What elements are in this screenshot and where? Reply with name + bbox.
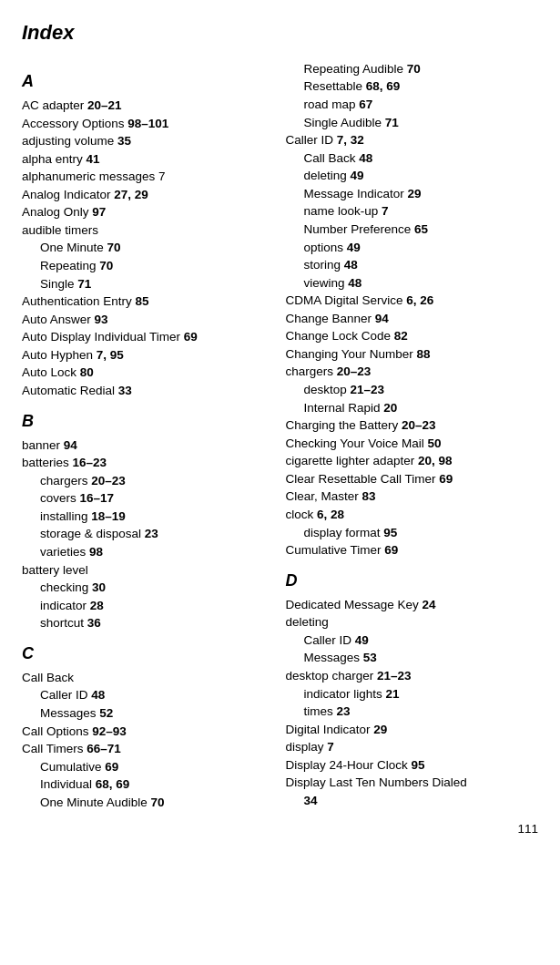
entry-road-map: road map 67 (286, 96, 539, 114)
entry-cigarette-lighter: cigarette lighter adapter 20, 98 (286, 452, 539, 470)
entry-cdma-digital-service: CDMA Digital Service 6, 26 (286, 292, 539, 310)
entry-changing-your-number: Changing Your Number 88 (286, 345, 539, 364)
entry-cumulative: Cumulative 69 (22, 758, 275, 776)
entry-checking: checking 30 (22, 579, 275, 597)
entry-alphanumeric-messages: alphanumeric messages 7 (22, 168, 275, 186)
entry-call-back: Call Back (22, 669, 275, 687)
page-number: 111 (517, 822, 538, 836)
entry-adjusting-volume: adjusting volume 35 (22, 132, 275, 150)
entry-dedicated-message-key: Dedicated Message Key 24 (286, 596, 539, 614)
entry-call-back-caller-id: Caller ID 48 (22, 686, 275, 704)
entry-individual: Individual 68, 69 (22, 775, 275, 794)
entry-clear-master: Clear, Master 83 (286, 488, 539, 506)
entry-alpha-entry: alpha entry 41 (22, 150, 275, 169)
entry-cumulative-timer: Cumulative Timer 69 (286, 541, 539, 559)
entry-audible-timers: audible timers (22, 221, 275, 240)
entry-change-banner: Change Banner 94 (286, 310, 539, 328)
entry-batteries: batteries 16–23 (22, 454, 275, 472)
entry-deleting: deleting (286, 613, 539, 631)
entry-caller-id-call-back: Call Back 48 (286, 149, 539, 168)
entry-auto-lock: Auto Lock 80 (22, 364, 275, 382)
entry-change-lock-code: Change Lock Code 82 (286, 327, 539, 345)
entry-desktop-charger: desktop charger 21–23 (286, 667, 539, 685)
page-footer: 111 (22, 820, 538, 838)
section-letter-a: A (22, 69, 275, 93)
entry-display-last-ten-page: 34 (286, 792, 539, 810)
entry-automatic-redial: Automatic Redial 33 (22, 382, 275, 400)
entry-installing: installing 18–19 (22, 508, 275, 526)
section-letter-d: D (286, 569, 539, 592)
entry-display-24-hour: Display 24-Hour Clock 95 (286, 756, 539, 775)
entry-clock: clock 6, 28 (286, 506, 539, 524)
entry-battery-level: battery level (22, 561, 275, 580)
entry-name-lookup: name look-up 7 (286, 202, 539, 221)
entry-ac-adapter: AC adapter 20–21 (22, 97, 275, 115)
entry-analog-only: Analog Only 97 (22, 203, 275, 221)
entry-repeating-audible: Repeating Audible 70 (286, 60, 539, 78)
entry-one-minute-audible: One Minute Audible 70 (22, 794, 275, 812)
entry-indicator: indicator 28 (22, 597, 275, 615)
section-letter-c: C (22, 642, 275, 665)
entry-call-back-messages: Messages 52 (22, 704, 275, 723)
entry-indicator-lights: indicator lights 21 (286, 685, 539, 703)
section-letter-b: B (22, 409, 275, 433)
page-title: Index (22, 18, 538, 47)
entry-display: display 7 (286, 738, 539, 756)
entry-display-format: display format 95 (286, 524, 539, 542)
entry-internal-rapid: Internal Rapid 20 (286, 399, 539, 417)
entry-analog-indicator: Analog Indicator 27, 29 (22, 186, 275, 204)
entry-desktop: desktop 21–23 (286, 381, 539, 399)
entry-call-timers: Call Timers 66–71 (22, 740, 275, 758)
entry-storage-disposal: storage & disposal 23 (22, 525, 275, 543)
entry-chargers-right: chargers 20–23 (286, 363, 539, 381)
entry-auto-hyphen: Auto Hyphen 7, 95 (22, 346, 275, 364)
entry-banner: banner 94 (22, 436, 275, 455)
entry-single-audible: Single Audible 71 (286, 114, 539, 132)
entry-call-options: Call Options 92–93 (22, 723, 275, 741)
entry-checking-voice-mail: Checking Your Voice Mail 50 (286, 435, 539, 453)
entry-chargers: chargers 20–23 (22, 472, 275, 490)
entry-message-indicator: Message Indicator 29 (286, 185, 539, 203)
index-columns: A AC adapter 20–21 Accessory Options 98–… (22, 60, 538, 812)
entry-digital-indicator: Digital Indicator 29 (286, 721, 539, 739)
right-column: Repeating Audible 70 Resettable 68, 69 r… (282, 60, 539, 812)
entry-caller-id-deleting: deleting 49 (286, 167, 539, 185)
entry-clear-resettable: Clear Resettable Call Timer 69 (286, 470, 539, 488)
entry-shortcut: shortcut 36 (22, 614, 275, 632)
entry-options: options 49 (286, 239, 539, 257)
entry-charging-battery: Charging the Battery 20–23 (286, 416, 539, 435)
entry-deleting-caller-id: Caller ID 49 (286, 631, 539, 650)
entry-auto-display: Auto Display Individual Timer 69 (22, 328, 275, 346)
entry-authentication-entry: Authentication Entry 85 (22, 293, 275, 311)
entry-deleting-messages: Messages 53 (286, 649, 539, 667)
entry-times: times 23 (286, 703, 539, 721)
entry-single: Single 71 (22, 275, 275, 293)
entry-auto-answer: Auto Answer 93 (22, 311, 275, 329)
entry-storing: storing 48 (286, 256, 539, 274)
entry-caller-id: Caller ID 7, 32 (286, 131, 539, 149)
entry-one-minute: One Minute 70 (22, 239, 275, 257)
entry-display-last-ten: Display Last Ten Numbers Dialed (286, 774, 539, 792)
entry-number-preference: Number Preference 65 (286, 221, 539, 239)
entry-resettable: Resettable 68, 69 (286, 77, 539, 96)
left-column: A AC adapter 20–21 Accessory Options 98–… (22, 60, 282, 812)
entry-repeating: Repeating 70 (22, 257, 275, 275)
entry-varieties: varieties 98 (22, 543, 275, 561)
entry-accessory-options: Accessory Options 98–101 (22, 115, 275, 133)
entry-covers: covers 16–17 (22, 489, 275, 508)
entry-viewing: viewing 48 (286, 274, 539, 293)
